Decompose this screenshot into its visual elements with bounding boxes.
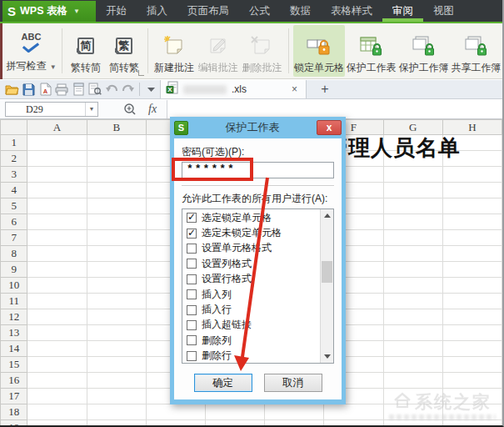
cell-B14[interactable] (87, 341, 146, 357)
checkbox-icon[interactable] (187, 274, 197, 284)
cell-B19[interactable] (87, 420, 146, 427)
checkbox-icon[interactable] (187, 335, 197, 345)
cell-G17[interactable] (383, 389, 442, 404)
column-header-G[interactable]: G (383, 120, 442, 135)
cell-H2[interactable] (442, 151, 502, 167)
cell-G16[interactable] (383, 373, 442, 389)
fx-icon[interactable]: fx (148, 103, 157, 116)
column-header-B[interactable]: B (87, 120, 146, 135)
cell-H1[interactable] (442, 135, 502, 151)
permission-item[interactable]: 删除列 (182, 333, 319, 348)
scrollbar[interactable] (320, 209, 333, 363)
cell-G18[interactable] (383, 404, 442, 420)
cell-G1[interactable] (383, 135, 442, 151)
cell-H16[interactable] (442, 373, 502, 389)
save-icon[interactable] (20, 81, 37, 98)
tab-view[interactable]: 视图 (423, 0, 464, 22)
cell-G9[interactable] (383, 262, 442, 278)
cell-G6[interactable] (383, 214, 442, 230)
cell-H18[interactable] (442, 404, 502, 420)
row-header-14[interactable]: 14 (1, 341, 27, 357)
row-header-18[interactable]: 18 (1, 404, 27, 420)
cell-B13[interactable] (87, 325, 146, 341)
wps-menu-button[interactable]: S WPS 表格 ▼ (2, 1, 96, 22)
spell-check-button[interactable]: ABC拼写检查 ▼ (5, 25, 57, 77)
cell-C19[interactable] (146, 420, 205, 427)
cell-G14[interactable] (383, 341, 442, 357)
checkbox-checked-icon[interactable] (187, 213, 197, 223)
cell-A9[interactable] (27, 262, 87, 278)
tab-page-layout[interactable]: 页面布局 (177, 0, 239, 22)
more-dropdown-icon[interactable] (142, 81, 159, 98)
cell-A13[interactable] (27, 325, 87, 341)
cell-H4[interactable] (442, 183, 502, 198)
cell-A4[interactable] (27, 183, 87, 198)
checkbox-icon[interactable] (187, 289, 197, 299)
row-header-11[interactable]: 11 (1, 294, 27, 309)
close-tab-icon[interactable]: × (288, 83, 301, 96)
cell-B8[interactable] (87, 246, 146, 262)
cell-H19[interactable] (442, 420, 502, 427)
cell-B1[interactable] (87, 135, 146, 151)
export-pdf-icon[interactable]: A (37, 81, 53, 98)
cell-A15[interactable] (27, 357, 87, 373)
cell-A5[interactable] (27, 198, 87, 214)
cell-G12[interactable] (383, 309, 442, 325)
trad-to-simp-button[interactable]: 简繁转简 (67, 25, 105, 77)
checkbox-icon[interactable] (187, 351, 197, 361)
permission-item[interactable]: 选定未锁定单元格 (182, 225, 319, 240)
cell-G3[interactable] (383, 167, 442, 183)
cell-G13[interactable] (383, 325, 442, 341)
cell-A8[interactable] (27, 246, 87, 262)
dialog-launcher-icon[interactable] (138, 70, 144, 76)
cell-E19[interactable] (265, 420, 324, 427)
cell-G4[interactable] (383, 183, 442, 198)
cell-G2[interactable] (383, 151, 442, 167)
cell-H10[interactable] (442, 278, 502, 294)
cell-B16[interactable] (87, 373, 146, 389)
protect-sheet-button[interactable]: 保护工作表 (345, 25, 397, 77)
cell-A18[interactable] (27, 404, 87, 420)
protect-workbook-button[interactable]: 保护工作簿 (397, 25, 450, 77)
cell-B18[interactable] (87, 404, 146, 420)
scroll-up-icon[interactable] (321, 209, 333, 222)
row-header-1[interactable]: 1 (1, 135, 27, 151)
file-preview-icon[interactable] (87, 81, 103, 98)
checkbox-checked-icon[interactable] (187, 229, 197, 239)
cell-A16[interactable] (27, 373, 87, 389)
tab-insert[interactable]: 插入 (137, 0, 177, 22)
cell-H12[interactable] (442, 309, 502, 325)
cell-C18[interactable] (146, 404, 205, 420)
cell-H6[interactable] (442, 214, 502, 230)
cell-B6[interactable] (87, 214, 146, 230)
scrollbar-thumb[interactable] (322, 261, 332, 283)
document-tab[interactable]: X .xls × (160, 80, 307, 98)
password-input[interactable]: ****** (182, 162, 334, 178)
column-header-H[interactable]: H (442, 120, 502, 135)
cell-A12[interactable] (27, 309, 87, 325)
cell-G8[interactable] (383, 246, 442, 262)
cell-H14[interactable] (442, 341, 502, 357)
row-header-5[interactable]: 5 (1, 198, 27, 214)
cell-H9[interactable] (442, 262, 502, 278)
row-header-4[interactable]: 4 (1, 183, 27, 198)
cell-A6[interactable] (27, 214, 87, 230)
cell-B3[interactable] (87, 167, 146, 183)
row-header-10[interactable]: 10 (1, 278, 27, 294)
cell-D18[interactable] (206, 404, 265, 420)
cell-D19[interactable] (206, 420, 265, 427)
cell-A17[interactable] (27, 389, 87, 404)
close-icon[interactable]: x (317, 120, 342, 135)
print-icon[interactable] (53, 81, 70, 98)
cell-B2[interactable] (87, 151, 146, 167)
cell-name-box[interactable]: D29 ▼ (5, 102, 98, 117)
column-header-A[interactable]: A (27, 120, 87, 135)
scroll-down-icon[interactable] (321, 350, 333, 363)
tab-formulas[interactable]: 公式 (239, 0, 280, 22)
new-tab-button[interactable]: + (315, 80, 335, 98)
cell-A19[interactable] (27, 420, 87, 427)
permission-item[interactable]: 设置列格式 (182, 256, 319, 271)
chevron-down-icon[interactable]: ▼ (85, 103, 97, 116)
cell-A7[interactable] (27, 230, 87, 246)
cell-H17[interactable] (442, 389, 502, 404)
